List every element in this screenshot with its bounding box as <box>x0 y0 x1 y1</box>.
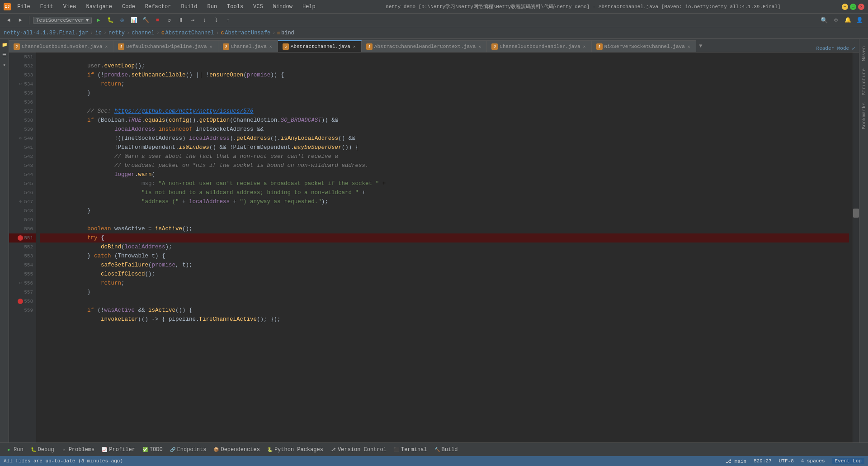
run-toolbar-btn[interactable]: ▶ Run <box>4 446 26 454</box>
tab-channel[interactable]: J Channel.java ✕ <box>218 40 278 52</box>
menu-help[interactable]: Help <box>299 3 319 11</box>
structure-icon[interactable]: ☰ <box>0 51 9 59</box>
coverage-button[interactable]: ◎ <box>117 15 127 25</box>
tab-label-abstractchannel: AbstractChannel.java <box>291 44 350 49</box>
tabs-overflow-button[interactable]: ▼ <box>696 40 705 52</box>
tab-close-defaultpipeline[interactable]: ✕ <box>209 43 213 50</box>
breadcrumb: netty-all-4.1.39.Final.jar › io › netty … <box>0 27 868 39</box>
avatar-button[interactable]: 👤 <box>854 15 864 25</box>
git-branch[interactable]: ⎇ main <box>726 458 746 464</box>
indent-indicator[interactable]: 4 spaces <box>801 458 825 464</box>
position-indicator[interactable]: 529:27 <box>754 458 772 464</box>
pause-button[interactable]: ⏸ <box>176 15 186 25</box>
menu-refactor[interactable]: Refactor <box>142 3 175 11</box>
menu-code[interactable]: Code <box>118 3 139 11</box>
python-toolbar-btn[interactable]: 🐍 Python Packages <box>264 446 326 454</box>
search-button[interactable]: 🔍 <box>819 15 829 25</box>
tab-close-channel[interactable]: ✕ <box>269 43 273 50</box>
step-out-button[interactable]: ↑ <box>223 15 233 25</box>
code-line-558: if (!wasActive && isActive()) { <box>40 297 849 306</box>
breadcrumb-abstractunsafe[interactable]: CAbstractUnsafe <box>221 30 270 36</box>
back-button[interactable]: ◄ <box>4 15 14 25</box>
minimize-button[interactable]: — <box>842 4 848 10</box>
forward-button[interactable]: ► <box>15 15 25 25</box>
gutter-542: 542 <box>9 152 36 161</box>
breadcrumb-abstractchannel[interactable]: CAbstractChannel <box>161 30 214 36</box>
reader-mode-button[interactable]: Reader Mode <box>816 46 849 51</box>
settings-button[interactable]: ⚙ <box>831 15 841 25</box>
tab-close-nioserver[interactable]: ✕ <box>687 43 691 50</box>
netty-link[interactable]: https://github.com/netty/netty/issues/57… <box>114 108 254 114</box>
menu-navigate[interactable]: Navigate <box>82 3 116 11</box>
config-selector[interactable]: TestSourceServer ▼ <box>33 17 92 24</box>
terminal-toolbar-btn[interactable]: ⬛ Terminal <box>391 446 430 454</box>
menu-file[interactable]: File <box>14 3 34 11</box>
vcs-toolbar-btn[interactable]: ⎇ Version Control <box>328 446 389 454</box>
code-lines[interactable]: user.eventLoop(); if (!promise.setUncanc… <box>36 52 853 442</box>
step-into-button[interactable]: ↓ <box>199 15 209 25</box>
profiler-toolbar-btn[interactable]: 📈 Profiler <box>99 446 138 454</box>
tab-nioserver[interactable]: J NioServerSocketChannel.java ✕ <box>592 40 696 52</box>
encoding-indicator[interactable]: UTF-8 <box>779 458 794 464</box>
breadcrumb-jar[interactable]: netty-all-4.1.39.Final.jar <box>4 30 88 36</box>
bookmarks-icon[interactable]: ★ <box>0 61 9 69</box>
gutter-537: 537 <box>9 107 36 116</box>
tab-close-channeloutsink[interactable]: ✕ <box>104 43 108 50</box>
menu-view[interactable]: View <box>60 3 80 11</box>
run-button[interactable]: ▶ <box>94 15 104 25</box>
menu-vcs[interactable]: VCS <box>250 3 267 11</box>
force-step-into-button[interactable]: ⤵ <box>211 15 221 25</box>
build-toolbar-btn[interactable]: 🔨 Build <box>432 446 461 454</box>
menu-tools[interactable]: Tools <box>223 3 247 11</box>
breadcrumb-channel[interactable]: channel <box>132 30 154 36</box>
close-button[interactable]: ✕ <box>858 4 864 10</box>
notifications-button[interactable]: 🔔 <box>843 15 853 25</box>
dependencies-toolbar-btn[interactable]: 📦 Dependencies <box>211 446 262 454</box>
menu-build[interactable]: Build <box>177 3 201 11</box>
breadcrumb-netty[interactable]: netty <box>108 30 125 36</box>
breadcrumb-io[interactable]: io <box>95 30 101 36</box>
rerun-button[interactable]: ↺ <box>164 15 174 25</box>
gutter-533: 533 <box>9 71 36 80</box>
fold-icon-556[interactable]: ⊖ <box>18 281 23 286</box>
tab-close-abstractchannel[interactable]: ✕ <box>352 43 357 50</box>
scroll-thumb[interactable] <box>853 209 859 218</box>
fold-icon-540[interactable]: ⊖ <box>18 136 23 141</box>
structure-side-label[interactable]: Structure <box>860 65 868 99</box>
menu-run[interactable]: Run <box>203 3 221 11</box>
right-scroll-gutter[interactable] <box>853 52 859 442</box>
breakpoint-558[interactable] <box>18 299 23 304</box>
fold-icon-534[interactable]: ⊖ <box>18 81 23 87</box>
breakpoint-551[interactable] <box>18 235 23 241</box>
tab-abstracthandler[interactable]: J AbstractChannelHandlerContext.java ✕ <box>362 40 487 52</box>
step-over-button[interactable]: ⇥ <box>188 15 198 25</box>
build-icon: 🔨 <box>434 447 440 452</box>
menu-edit[interactable]: Edit <box>37 3 57 11</box>
problems-toolbar-btn[interactable]: ⚠ Problems <box>59 446 98 454</box>
stop-button[interactable]: ■ <box>152 15 162 25</box>
tab-icon-defaultpipeline: J <box>118 43 124 50</box>
fold-icon-547[interactable]: ⊖ <box>18 199 23 204</box>
tab-close-abstracthandler[interactable]: ✕ <box>477 43 482 50</box>
tab-channeloutsink[interactable]: J ChannelOutboundInvoker.java ✕ <box>9 40 113 52</box>
maven-label[interactable]: Maven <box>860 43 868 65</box>
reader-mode-checkmark: ✓ <box>852 45 855 52</box>
maximize-button[interactable]: □ <box>850 4 856 10</box>
tab-close-outboundhandler[interactable]: ✕ <box>582 43 587 50</box>
debug-toolbar-btn[interactable]: 🐛 Debug <box>28 446 57 454</box>
event-log-button[interactable]: Event Log <box>832 458 864 464</box>
debug-button[interactable]: 🐛 <box>105 15 115 25</box>
bookmarks-side-label[interactable]: Bookmarks <box>860 99 868 133</box>
breadcrumb-bind[interactable]: mbind <box>277 30 294 36</box>
menu-window[interactable]: Window <box>269 3 296 11</box>
todo-toolbar-btn[interactable]: ✅ TODO <box>140 446 165 454</box>
tab-defaultpipeline[interactable]: J DefaultChannelPipeline.java ✕ <box>113 40 218 52</box>
endpoints-toolbar-btn[interactable]: 🔗 Endpoints <box>167 446 209 454</box>
tab-abstractchannel[interactable]: J AbstractChannel.java ✕ <box>278 40 362 52</box>
python-icon: 🐍 <box>267 447 273 452</box>
project-icon[interactable]: 📁 <box>0 41 9 49</box>
tab-outboundhandler[interactable]: J ChannelOutboundHandler.java ✕ <box>487 40 591 52</box>
profile-button[interactable]: 📊 <box>129 15 139 25</box>
build-button[interactable]: 🔨 <box>141 15 151 25</box>
endpoints-icon: 🔗 <box>170 447 175 452</box>
